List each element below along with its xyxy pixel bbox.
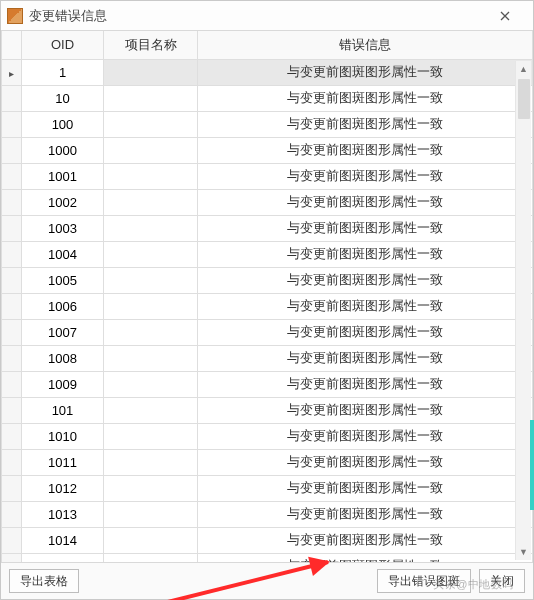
scroll-thumb[interactable] bbox=[518, 79, 530, 119]
row-header[interactable] bbox=[2, 475, 22, 501]
table-row[interactable]: 1003与变更前图斑图形属性一致 bbox=[2, 215, 533, 241]
row-header[interactable] bbox=[2, 397, 22, 423]
cell-project-name[interactable] bbox=[104, 267, 198, 293]
row-header[interactable] bbox=[2, 423, 22, 449]
scroll-up-icon[interactable]: ▲ bbox=[516, 61, 532, 77]
cell-oid[interactable]: 1014 bbox=[22, 527, 104, 553]
table-row[interactable]: 1000与变更前图斑图形属性一致 bbox=[2, 137, 533, 163]
cell-oid[interactable]: 1010 bbox=[22, 423, 104, 449]
row-header[interactable] bbox=[2, 137, 22, 163]
cell-error-info[interactable]: 与变更前图斑图形属性一致 bbox=[198, 553, 533, 563]
table-row[interactable]: 10与变更前图斑图形属性一致 bbox=[2, 85, 533, 111]
table-row[interactable]: 1010与变更前图斑图形属性一致 bbox=[2, 423, 533, 449]
cell-error-info[interactable]: 与变更前图斑图形属性一致 bbox=[198, 163, 533, 189]
cell-oid[interactable]: 1013 bbox=[22, 501, 104, 527]
vertical-scrollbar[interactable]: ▲ ▼ bbox=[515, 61, 531, 560]
table-row[interactable]: 1012与变更前图斑图形属性一致 bbox=[2, 475, 533, 501]
cell-error-info[interactable]: 与变更前图斑图形属性一致 bbox=[198, 501, 533, 527]
cell-error-info[interactable]: 与变更前图斑图形属性一致 bbox=[198, 293, 533, 319]
table-row[interactable]: 1015与变更前图斑图形属性一致 bbox=[2, 553, 533, 563]
cell-error-info[interactable]: 与变更前图斑图形属性一致 bbox=[198, 189, 533, 215]
cell-oid[interactable]: 1007 bbox=[22, 319, 104, 345]
row-header[interactable] bbox=[2, 345, 22, 371]
cell-oid[interactable]: 1015 bbox=[22, 553, 104, 563]
cell-project-name[interactable] bbox=[104, 85, 198, 111]
row-header[interactable] bbox=[2, 85, 22, 111]
cell-error-info[interactable]: 与变更前图斑图形属性一致 bbox=[198, 59, 533, 85]
table-row[interactable]: 1014与变更前图斑图形属性一致 bbox=[2, 527, 533, 553]
cell-error-info[interactable]: 与变更前图斑图形属性一致 bbox=[198, 241, 533, 267]
error-grid[interactable]: OID 项目名称 错误信息 1与变更前图斑图形属性一致10与变更前图斑图形属性一… bbox=[1, 31, 533, 563]
cell-project-name[interactable] bbox=[104, 293, 198, 319]
row-header[interactable] bbox=[2, 215, 22, 241]
row-header[interactable] bbox=[2, 449, 22, 475]
cell-oid[interactable]: 1006 bbox=[22, 293, 104, 319]
row-header[interactable] bbox=[2, 111, 22, 137]
cell-project-name[interactable] bbox=[104, 215, 198, 241]
row-header[interactable] bbox=[2, 267, 22, 293]
row-header[interactable] bbox=[2, 293, 22, 319]
cell-project-name[interactable] bbox=[104, 397, 198, 423]
cell-project-name[interactable] bbox=[104, 527, 198, 553]
table-row[interactable]: 1005与变更前图斑图形属性一致 bbox=[2, 267, 533, 293]
table-row[interactable]: 1011与变更前图斑图形属性一致 bbox=[2, 449, 533, 475]
cell-project-name[interactable] bbox=[104, 553, 198, 563]
cell-oid[interactable]: 1009 bbox=[22, 371, 104, 397]
table-row[interactable]: 1013与变更前图斑图形属性一致 bbox=[2, 501, 533, 527]
cell-error-info[interactable]: 与变更前图斑图形属性一致 bbox=[198, 345, 533, 371]
cell-oid[interactable]: 1005 bbox=[22, 267, 104, 293]
cell-error-info[interactable]: 与变更前图斑图形属性一致 bbox=[198, 371, 533, 397]
row-header[interactable] bbox=[2, 59, 22, 85]
cell-project-name[interactable] bbox=[104, 163, 198, 189]
cell-error-info[interactable]: 与变更前图斑图形属性一致 bbox=[198, 319, 533, 345]
scroll-down-icon[interactable]: ▼ bbox=[516, 544, 532, 560]
cell-project-name[interactable] bbox=[104, 371, 198, 397]
cell-error-info[interactable]: 与变更前图斑图形属性一致 bbox=[198, 111, 533, 137]
row-header[interactable] bbox=[2, 371, 22, 397]
cell-oid[interactable]: 10 bbox=[22, 85, 104, 111]
cell-project-name[interactable] bbox=[104, 137, 198, 163]
cell-error-info[interactable]: 与变更前图斑图形属性一致 bbox=[198, 85, 533, 111]
cell-project-name[interactable] bbox=[104, 319, 198, 345]
col-project-name[interactable]: 项目名称 bbox=[104, 31, 198, 59]
table-row[interactable]: 1006与变更前图斑图形属性一致 bbox=[2, 293, 533, 319]
cell-oid[interactable]: 1004 bbox=[22, 241, 104, 267]
row-header[interactable] bbox=[2, 241, 22, 267]
cell-project-name[interactable] bbox=[104, 423, 198, 449]
cell-oid[interactable]: 1008 bbox=[22, 345, 104, 371]
close-button[interactable]: 关闭 bbox=[479, 569, 525, 593]
cell-project-name[interactable] bbox=[104, 189, 198, 215]
close-icon[interactable] bbox=[483, 4, 527, 28]
cell-error-info[interactable]: 与变更前图斑图形属性一致 bbox=[198, 475, 533, 501]
cell-oid[interactable]: 1012 bbox=[22, 475, 104, 501]
row-header[interactable] bbox=[2, 163, 22, 189]
cell-project-name[interactable] bbox=[104, 449, 198, 475]
cell-oid[interactable]: 100 bbox=[22, 111, 104, 137]
row-header[interactable] bbox=[2, 501, 22, 527]
cell-project-name[interactable] bbox=[104, 241, 198, 267]
cell-error-info[interactable]: 与变更前图斑图形属性一致 bbox=[198, 527, 533, 553]
cell-error-info[interactable]: 与变更前图斑图形属性一致 bbox=[198, 215, 533, 241]
cell-oid[interactable]: 1 bbox=[22, 59, 104, 85]
cell-project-name[interactable] bbox=[104, 111, 198, 137]
cell-project-name[interactable] bbox=[104, 501, 198, 527]
table-row[interactable]: 1002与变更前图斑图形属性一致 bbox=[2, 189, 533, 215]
table-row[interactable]: 1007与变更前图斑图形属性一致 bbox=[2, 319, 533, 345]
cell-error-info[interactable]: 与变更前图斑图形属性一致 bbox=[198, 137, 533, 163]
row-header[interactable] bbox=[2, 553, 22, 563]
table-row[interactable]: 1001与变更前图斑图形属性一致 bbox=[2, 163, 533, 189]
cell-project-name[interactable] bbox=[104, 475, 198, 501]
cell-oid[interactable]: 101 bbox=[22, 397, 104, 423]
cell-project-name[interactable] bbox=[104, 345, 198, 371]
cell-project-name[interactable] bbox=[104, 59, 198, 85]
cell-oid[interactable]: 1000 bbox=[22, 137, 104, 163]
cell-oid[interactable]: 1011 bbox=[22, 449, 104, 475]
row-header[interactable] bbox=[2, 319, 22, 345]
col-error-info[interactable]: 错误信息 bbox=[198, 31, 533, 59]
table-row[interactable]: 1004与变更前图斑图形属性一致 bbox=[2, 241, 533, 267]
row-header[interactable] bbox=[2, 189, 22, 215]
col-oid[interactable]: OID bbox=[22, 31, 104, 59]
table-row[interactable]: 101与变更前图斑图形属性一致 bbox=[2, 397, 533, 423]
table-row[interactable]: 1与变更前图斑图形属性一致 bbox=[2, 59, 533, 85]
export-error-spots-button[interactable]: 导出错误图斑 bbox=[377, 569, 471, 593]
